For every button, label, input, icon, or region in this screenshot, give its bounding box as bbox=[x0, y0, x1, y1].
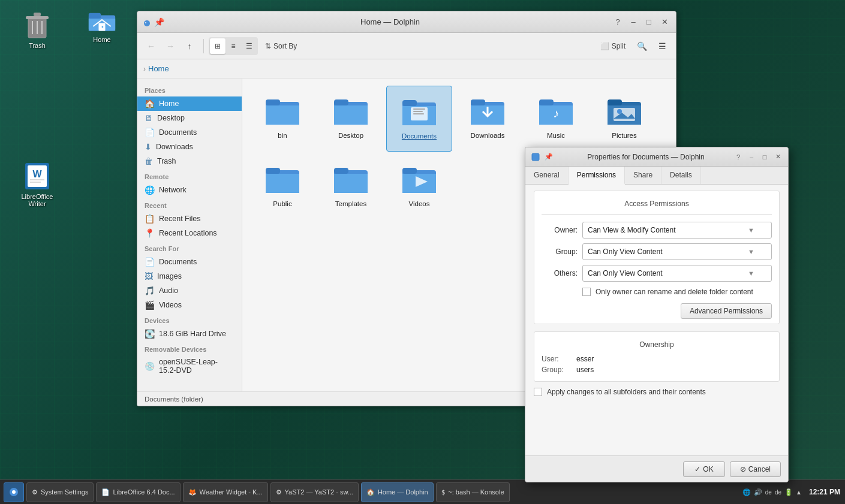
taskbar-yast[interactable]: ⚙ YaST2 — YaST2 - sw... bbox=[270, 482, 359, 502]
trash-sidebar-icon: 🗑 bbox=[145, 156, 153, 166]
file-item-public[interactable]: Public bbox=[249, 154, 315, 220]
dialog-maximize-btn[interactable]: □ bbox=[759, 152, 770, 162]
close-button[interactable]: ✕ bbox=[658, 16, 671, 29]
videos-file-label: Videos bbox=[409, 200, 430, 209]
tab-details[interactable]: Details bbox=[661, 167, 701, 184]
advanced-permissions-container: Advanced Permissions bbox=[542, 303, 772, 319]
svg-rect-45 bbox=[266, 168, 280, 174]
documents-folder-icon bbox=[400, 91, 438, 129]
sidebar-item-home[interactable]: 🏠 Home bbox=[137, 96, 242, 111]
places-header: Places bbox=[137, 82, 242, 96]
tab-general[interactable]: General bbox=[525, 167, 569, 184]
sidebar-item-search-audio[interactable]: 🎵 Audio bbox=[137, 283, 242, 298]
svg-rect-48 bbox=[334, 168, 348, 174]
titlebar-controls: ? – □ ✕ bbox=[611, 16, 671, 29]
sidebar-home-label: Home bbox=[159, 99, 179, 108]
dialog-icon-1[interactable] bbox=[530, 152, 541, 162]
tab-share[interactable]: Share bbox=[625, 167, 661, 184]
file-item-pictures[interactable]: Pictures bbox=[591, 86, 657, 152]
start-button[interactable] bbox=[4, 482, 24, 502]
maximize-button[interactable]: □ bbox=[642, 16, 655, 29]
search-button[interactable]: 🔍 bbox=[633, 37, 651, 55]
sidebar: Places 🏠 Home 🖥 Desktop 📄 Documents ⬇ Do… bbox=[137, 79, 242, 391]
owner-select-container: Can View & Modify Content ▼ bbox=[582, 222, 772, 239]
sidebar-item-search-images[interactable]: 🖼 Images bbox=[137, 269, 242, 283]
downloads-folder-icon bbox=[468, 90, 507, 129]
detail-view-button[interactable]: ☰ bbox=[241, 38, 257, 54]
compact-view-button[interactable]: ≡ bbox=[225, 38, 241, 54]
file-item-desktop[interactable]: Desktop bbox=[318, 86, 384, 152]
svg-rect-8 bbox=[89, 13, 101, 19]
tray-audio-icon: 🔊 bbox=[754, 488, 762, 496]
file-item-bin[interactable]: bin bbox=[249, 86, 315, 152]
minimize-button[interactable]: – bbox=[627, 16, 640, 29]
others-select[interactable]: Can Only View Content ▼ bbox=[582, 265, 772, 282]
sort-icon: ⇅ bbox=[265, 42, 271, 50]
taskbar-firefox[interactable]: 🦊 Weather Widget - K... bbox=[183, 482, 268, 502]
owner-only-checkbox[interactable] bbox=[582, 288, 591, 296]
group-label: Group: bbox=[542, 248, 578, 256]
file-item-documents[interactable]: Documents bbox=[386, 86, 452, 152]
icon-view-button[interactable]: ⊞ bbox=[210, 38, 225, 54]
up-button[interactable]: ↑ bbox=[181, 37, 199, 55]
apply-subfolders-checkbox[interactable] bbox=[534, 388, 542, 396]
taskbar-dolphin[interactable]: 🏠 Home — Dolphin bbox=[361, 482, 434, 502]
sidebar-item-search-videos[interactable]: 🎬 Videos bbox=[137, 298, 242, 312]
nav-buttons: ← → ↑ bbox=[142, 37, 199, 55]
desktop-icon-libreoffice[interactable]: W LibreOfficeWriter bbox=[13, 162, 61, 207]
help-button[interactable]: ? bbox=[611, 16, 624, 29]
pictures-folder-icon bbox=[605, 90, 643, 129]
remote-header: Remote bbox=[137, 168, 242, 183]
dialog-help-btn[interactable]: ? bbox=[733, 152, 744, 162]
sidebar-item-network[interactable]: 🌐 Network bbox=[137, 183, 242, 197]
sidebar-item-trash[interactable]: 🗑 Trash bbox=[137, 154, 242, 168]
sidebar-item-downloads[interactable]: ⬇ Downloads bbox=[137, 140, 242, 154]
split-button[interactable]: ⬜ Split bbox=[596, 40, 630, 53]
ownership-box: Ownership User: esser Group: users bbox=[534, 331, 780, 382]
file-item-videos[interactable]: Videos bbox=[386, 154, 452, 220]
desktop-file-label: Desktop bbox=[338, 131, 363, 140]
owner-select-arrow: ▼ bbox=[748, 227, 754, 234]
others-label: Others: bbox=[542, 269, 578, 277]
sidebar-item-recent-locations[interactable]: 📍 Recent Locations bbox=[137, 226, 242, 240]
dialog-minimize-btn[interactable]: – bbox=[746, 152, 757, 162]
forward-button[interactable]: → bbox=[161, 37, 179, 55]
desktop-icon-home[interactable]: Home bbox=[78, 5, 126, 43]
tab-permissions[interactable]: Permissions bbox=[569, 167, 625, 185]
cancel-icon: ⊘ bbox=[740, 465, 746, 473]
konsole-label: ~: bash — Konsole bbox=[448, 488, 504, 496]
menu-button[interactable]: ☰ bbox=[653, 37, 671, 55]
sidebar-item-search-documents[interactable]: 📄 Documents bbox=[137, 255, 242, 269]
owner-select[interactable]: Can View & Modify Content ▼ bbox=[582, 222, 772, 239]
tray-network-icon: 🌐 bbox=[742, 488, 751, 496]
advanced-permissions-button[interactable]: Advanced Permissions bbox=[681, 303, 772, 319]
sidebar-item-recent-files[interactable]: 📋 Recent Files bbox=[137, 212, 242, 226]
tray-up-arrow[interactable]: ▲ bbox=[796, 489, 802, 496]
dialog-window-icons: 📌 bbox=[530, 152, 554, 162]
file-item-downloads[interactable]: Downloads bbox=[455, 86, 521, 152]
taskbar-libreoffice[interactable]: 📄 LibreOffice 6.4 Doc... bbox=[96, 482, 180, 502]
address-home[interactable]: Home bbox=[148, 64, 169, 73]
dialog-close-btn[interactable]: ✕ bbox=[772, 152, 783, 162]
file-item-music[interactable]: ♪ Music bbox=[523, 86, 589, 152]
toolbar: ← → ↑ ⊞ ≡ ☰ ⇅ Sort By ⬜ Split 🔍 ☰ bbox=[137, 33, 676, 59]
pin-icon[interactable]: 📌 bbox=[154, 17, 164, 27]
status-text: Documents (folder) bbox=[145, 396, 203, 403]
sidebar-hard-drive-label: 18.6 GiB Hard Drive bbox=[159, 330, 226, 338]
dialog-pin-btn[interactable]: 📌 bbox=[543, 152, 554, 162]
sidebar-item-hard-drive[interactable]: 💽 18.6 GiB Hard Drive bbox=[137, 327, 242, 341]
desktop-icon-trash[interactable]: Trash bbox=[13, 11, 61, 49]
sort-by-button[interactable]: ⇅ Sort By bbox=[260, 40, 302, 53]
konsole-icon: $ bbox=[441, 488, 446, 496]
hard-drive-icon: 💽 bbox=[145, 329, 155, 339]
file-item-templates[interactable]: Templates bbox=[318, 154, 384, 220]
ok-button[interactable]: ✓ OK bbox=[683, 461, 724, 477]
cancel-button[interactable]: ⊘ Cancel bbox=[730, 461, 781, 477]
sidebar-item-desktop[interactable]: 🖥 Desktop bbox=[137, 111, 242, 125]
taskbar-konsole[interactable]: $ ~: bash — Konsole bbox=[436, 482, 510, 502]
back-button[interactable]: ← bbox=[142, 37, 160, 55]
group-select[interactable]: Can Only View Content ▼ bbox=[582, 243, 772, 260]
sidebar-item-documents[interactable]: 📄 Documents bbox=[137, 125, 242, 140]
taskbar-system-settings[interactable]: ⚙ System Settings bbox=[26, 482, 94, 502]
sidebar-item-dvd[interactable]: 💿 openSUSE-Leap-15.2-DVD bbox=[137, 355, 242, 377]
